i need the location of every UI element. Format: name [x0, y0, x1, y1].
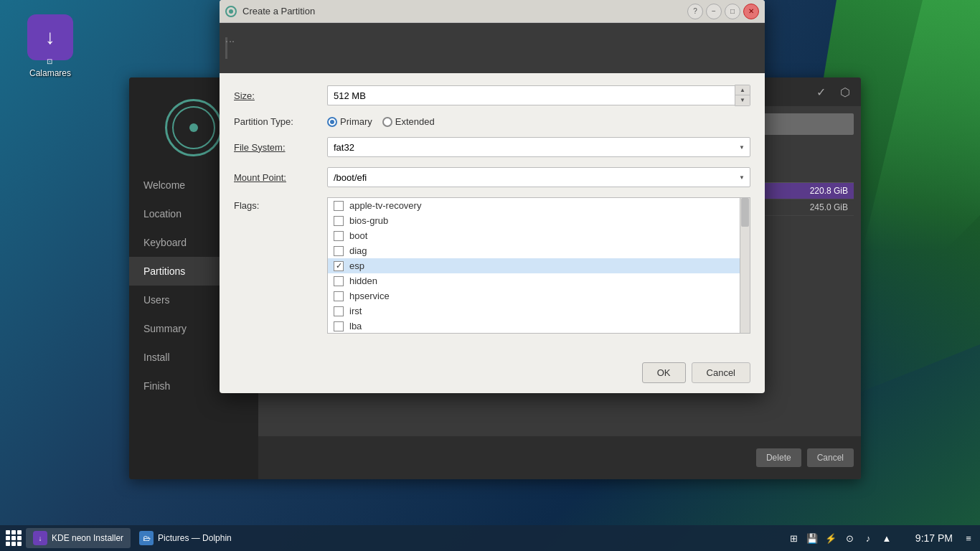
dolphin-icon: 🗁 — [139, 531, 154, 545]
flag-label-diag: diag — [349, 245, 367, 256]
taskbar-kde-installer[interactable]: ↓ KDE neon Installer — [26, 528, 131, 548]
taskbar-dolphin-label: Pictures — Dolphin — [158, 533, 232, 543]
mount-point-select-wrap: /boot/efi / /boot /home /var /tmp swap ▼ — [327, 167, 750, 187]
create-partition-dialog: Create a Partition ? − □ ✕ ⋮ Size: — [220, 0, 765, 393]
cancel-partition-button[interactable]: Cancel — [807, 448, 854, 467]
flags-scrollbar[interactable] — [740, 198, 750, 333]
delete-button[interactable]: Delete — [756, 448, 801, 467]
flag-checkbox-diag — [334, 246, 344, 256]
apps-dot — [11, 542, 16, 546]
tray-icon-1[interactable]: ⊞ — [786, 533, 801, 544]
flag-lba[interactable]: lba — [328, 319, 740, 333]
volume-icon[interactable]: ♪ — [861, 533, 875, 544]
drag-handle-icon: ⋮ — [225, 37, 235, 59]
size-increment-button[interactable]: ▲ — [735, 85, 750, 95]
esp-checkmark-icon: ✓ — [336, 261, 342, 270]
dialog-cancel-button[interactable]: Cancel — [692, 362, 750, 383]
flag-label-hpservice: hpservice — [349, 291, 390, 301]
minimize-button[interactable]: − — [706, 4, 722, 19]
maximize-button[interactable]: □ — [725, 4, 740, 19]
flag-diag[interactable]: diag — [328, 243, 740, 258]
apps-grid-icon — [6, 530, 22, 546]
mount-point-select[interactable]: /boot/efi / /boot /home /var /tmp swap — [327, 167, 750, 187]
help-button[interactable]: ? — [687, 4, 703, 19]
size-row: Size: ▲ ▼ — [234, 85, 750, 106]
flags-label: Flags: — [234, 197, 320, 211]
dialog-title-left: Create a Partition — [225, 6, 315, 17]
flag-checkbox-bios-grub — [334, 216, 344, 226]
logo-dot — [189, 123, 198, 132]
flag-label-boot: boot — [349, 230, 367, 241]
flag-hidden[interactable]: hidden — [328, 273, 740, 288]
dialog-title-icon — [225, 6, 237, 17]
preview-drag-handle: ⋮ — [225, 37, 227, 59]
flag-label-hidden: hidden — [349, 276, 377, 286]
apps-dot — [17, 536, 22, 540]
check-icon[interactable]: ✓ — [812, 83, 829, 100]
flag-checkbox-hidden — [334, 276, 344, 286]
calamares-icon-bg: ↓ — [27, 14, 73, 60]
calamares-icon-dots: ⊡ — [47, 57, 54, 65]
window-icon[interactable]: ⬡ — [837, 83, 854, 100]
flags-list: apple-tv-recovery bios-grub boot di — [328, 198, 740, 333]
bluetooth-icon[interactable]: ⚡ — [824, 533, 838, 544]
file-system-row: File System: fat32 ext4 ext3 ext2 btrfs … — [234, 137, 750, 157]
size-input[interactable] — [327, 85, 735, 105]
flag-label-lba: lba — [349, 321, 362, 331]
flag-hpservice[interactable]: hpservice — [328, 288, 740, 303]
partition-type-radio-group: Primary Extended — [327, 116, 435, 127]
flags-list-wrap: apple-tv-recovery bios-grub boot di — [327, 197, 750, 334]
flag-irst[interactable]: irst — [328, 303, 740, 319]
partition-actions: Delete Cancel — [258, 436, 861, 479]
file-system-label: File System: — [234, 142, 320, 153]
taskbar-menu-button[interactable]: ≡ — [960, 529, 977, 547]
ok-button[interactable]: OK — [642, 362, 686, 383]
size-control: ▲ ▼ — [327, 85, 750, 106]
size-label: Size: — [234, 90, 320, 101]
taskbar: ↓ KDE neon Installer 🗁 Pictures — Dolphi… — [0, 525, 980, 551]
flag-boot[interactable]: boot — [328, 228, 740, 243]
taskbar-dolphin[interactable]: 🗁 Pictures — Dolphin — [132, 528, 239, 548]
dialog-window-controls: ? − □ ✕ — [687, 4, 759, 19]
calamares-desktop-icon[interactable]: ↓ ⊡ Calamares — [22, 14, 79, 78]
calamares-icon-label: Calamares — [29, 68, 71, 78]
radio-primary-dot — [330, 120, 334, 124]
dialog-title-text: Create a Partition — [242, 6, 315, 17]
radio-primary-label: Primary — [340, 116, 372, 127]
flag-bios-grub[interactable]: bios-grub — [328, 213, 740, 228]
dialog-content: Size: ▲ ▼ Partition Type: — [220, 73, 765, 355]
dialog-title-dot — [229, 9, 233, 14]
apps-dot — [6, 542, 10, 546]
tray-icon-2[interactable]: 💾 — [805, 533, 819, 544]
flag-checkbox-hpservice — [334, 291, 344, 301]
battery-icon[interactable]: ▲ — [880, 533, 894, 544]
close-button[interactable]: ✕ — [743, 4, 759, 19]
apps-menu-button[interactable] — [3, 527, 24, 549]
size-spinner: ▲ ▼ — [735, 85, 750, 106]
dialog-titlebar: Create a Partition ? − □ ✕ — [220, 0, 765, 23]
network-icon[interactable]: ⊙ — [842, 533, 857, 544]
logo-circle-inner — [172, 106, 215, 149]
file-system-select[interactable]: fat32 ext4 ext3 ext2 btrfs xfs ntfs swap — [327, 137, 750, 157]
radio-extended[interactable]: Extended — [382, 116, 435, 127]
flag-checkbox-apple-tv-recovery — [334, 201, 344, 211]
radio-primary[interactable]: Primary — [327, 116, 372, 127]
logo-circle-outer — [165, 99, 222, 156]
size-decrement-button[interactable]: ▼ — [735, 95, 750, 105]
flags-row: Flags: apple-tv-recovery bios-grub — [234, 197, 750, 334]
mount-point-row: Mount Point: /boot/efi / /boot /home /va… — [234, 167, 750, 187]
apps-dot — [11, 536, 16, 540]
dialog-footer: OK Cancel — [220, 355, 765, 393]
flag-apple-tv-recovery[interactable]: apple-tv-recovery — [328, 198, 740, 213]
kde-installer-icon: ↓ — [33, 531, 47, 545]
partition-type-row: Partition Type: Primary Extended — [234, 116, 750, 127]
system-tray: ⊞ 💾 ⚡ ⊙ ♪ ▲ — [781, 533, 900, 544]
flag-label-apple-tv-recovery: apple-tv-recovery — [349, 200, 421, 211]
flags-scrollbar-thumb — [741, 198, 749, 227]
file-system-select-wrap: fat32 ext4 ext3 ext2 btrfs xfs ntfs swap… — [327, 137, 750, 157]
partition-type-label: Partition Type: — [234, 116, 320, 127]
apps-dot — [17, 530, 22, 534]
flag-label-esp: esp — [349, 260, 364, 271]
calamares-arrow-icon: ↓ — [45, 26, 55, 49]
flag-esp[interactable]: ✓ esp — [328, 258, 740, 273]
